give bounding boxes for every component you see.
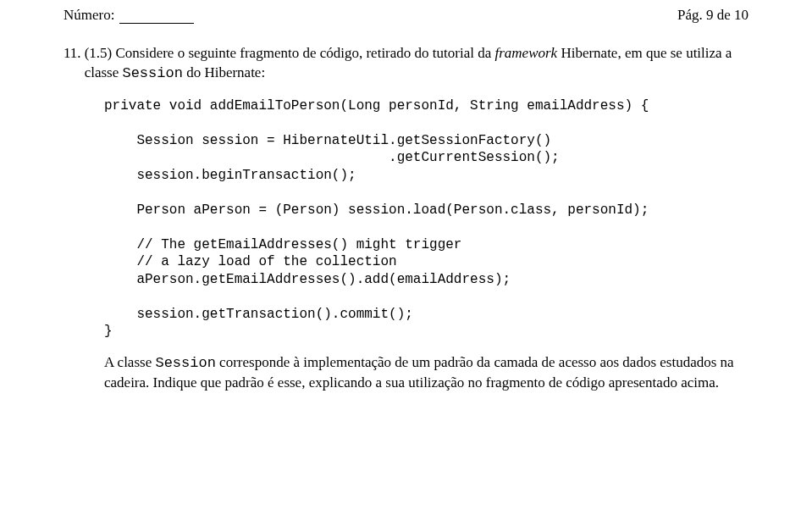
closing-text: A classe Session corresponde à implement… (104, 353, 748, 393)
numero-underline (119, 8, 194, 24)
code-line: Session session = HibernateUtil.getSessi… (104, 133, 551, 148)
question-framework-word: framework (494, 45, 557, 61)
code-line: session.getTransaction().commit(); (104, 307, 413, 322)
code-block: private void addEmailToPerson(Long perso… (104, 97, 748, 341)
page: Número: Pág. 9 de 10 11. (1.5) Considere… (0, 0, 812, 532)
page-number: Pág. 9 de 10 (677, 7, 748, 24)
code-line: session.beginTransaction(); (104, 168, 356, 183)
page-header: Número: Pág. 9 de 10 (64, 7, 748, 24)
code-line: private void addEmailToPerson(Long perso… (104, 98, 649, 114)
code-line: } (104, 324, 113, 339)
numero-field: Número: (64, 7, 194, 24)
code-line: aPerson.getEmailAddresses().add(emailAdd… (104, 272, 511, 287)
question-text-part3: do Hibernate: (183, 64, 265, 80)
question-session-word: Session (122, 65, 182, 81)
question-block: 11. (1.5) Considere o seguinte fragmento… (64, 44, 748, 84)
code-line: // The getEmailAddresses() might trigger (104, 237, 461, 252)
question-number: 11. (64, 44, 81, 84)
closing-part1: A classe (104, 354, 155, 370)
code-line: // a lazy load of the collection (104, 254, 397, 269)
code-line: .getCurrentSession(); (104, 150, 560, 165)
question-points: (1.5) (85, 45, 113, 61)
numero-label: Número: (64, 7, 114, 24)
closing-session-word: Session (155, 355, 215, 371)
code-line: Person aPerson = (Person) session.load(P… (104, 202, 649, 218)
question-text: (1.5) Considere o seguinte fragmento de … (85, 44, 748, 84)
question-text-part1: Considere o seguinte fragmento de código… (112, 45, 494, 61)
